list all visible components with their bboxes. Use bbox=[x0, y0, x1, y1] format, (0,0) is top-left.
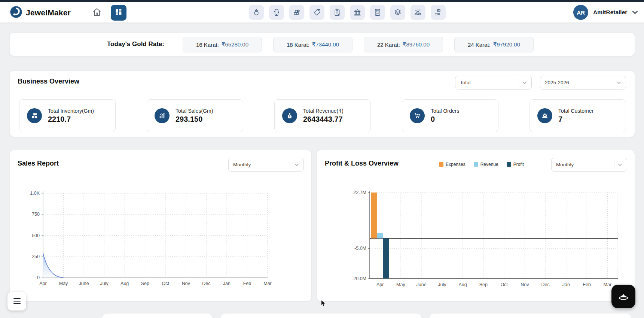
select-divider bbox=[614, 161, 614, 169]
svg-text:-5.0M: -5.0M bbox=[354, 246, 366, 251]
stat-value: 2643443.77 bbox=[303, 115, 344, 124]
svg-text:July: July bbox=[100, 281, 109, 286]
gold-rate-title: Today's Gold Rate: bbox=[107, 40, 164, 48]
tag-icon bbox=[313, 8, 321, 16]
home-icon bbox=[92, 7, 102, 19]
menu-fab-button[interactable] bbox=[7, 292, 26, 311]
svg-text:Apr: Apr bbox=[376, 282, 384, 287]
brand-logo[interactable]: JewelMaker bbox=[10, 6, 71, 20]
profit-swatch bbox=[507, 162, 511, 167]
pnl-period-select[interactable]: Monthly bbox=[551, 158, 627, 172]
stat-label: Total Revenue(₹) bbox=[303, 108, 344, 114]
mobile-icon bbox=[272, 8, 281, 16]
svg-text:Jan: Jan bbox=[562, 282, 570, 287]
svg-text:May: May bbox=[59, 281, 68, 286]
partial-card-2 bbox=[220, 313, 422, 318]
karat-label: 22 Karat: bbox=[377, 42, 400, 48]
revenue-swatch bbox=[474, 162, 478, 167]
business-overview-card: Business Overview Total 2025-2026 Total … bbox=[9, 70, 635, 137]
jewelmaker-dashboard: JewelMaker bbox=[0, 0, 644, 318]
nav-orders-button[interactable] bbox=[330, 5, 345, 20]
svg-text:Oct: Oct bbox=[162, 281, 170, 286]
svg-text:Nov: Nov bbox=[182, 281, 190, 286]
nav-bank-button[interactable] bbox=[350, 5, 365, 20]
stat-label: Total Customer bbox=[558, 108, 593, 114]
svg-text:Nov: Nov bbox=[521, 282, 529, 287]
svg-text:June: June bbox=[416, 282, 427, 287]
dashboard-button[interactable] bbox=[111, 5, 126, 21]
karat-price: ₹89760.00 bbox=[403, 41, 430, 48]
brand-name: JewelMaker bbox=[26, 8, 71, 17]
select-divider bbox=[519, 79, 519, 87]
sales-report-card: Sales Report Monthly 02505007501.0KAprMa… bbox=[9, 150, 312, 302]
inventory-boxes-icon bbox=[293, 8, 301, 16]
gold-rate-16k: 16 Karat: ₹65280.00 bbox=[183, 37, 262, 52]
svg-text:Feb: Feb bbox=[583, 282, 591, 287]
nav-gold-button[interactable] bbox=[410, 5, 425, 20]
sales-period-select[interactable]: Monthly bbox=[228, 158, 304, 172]
nav-mobile-button[interactable] bbox=[269, 5, 284, 20]
stat-label: Total Sales(Gm) bbox=[176, 108, 213, 114]
select-divider bbox=[291, 161, 291, 169]
svg-text:Mar: Mar bbox=[604, 282, 612, 287]
cart-icon bbox=[410, 108, 425, 123]
svg-text:Aug: Aug bbox=[120, 281, 129, 286]
svg-text:Jan: Jan bbox=[223, 281, 231, 286]
legend-profit: Profit bbox=[507, 162, 524, 167]
svg-text:Dec: Dec bbox=[541, 282, 550, 287]
year-filter-select[interactable]: 2025-2026 bbox=[540, 76, 626, 90]
nav-inventory-button[interactable] bbox=[289, 5, 304, 20]
karat-price: ₹97920.00 bbox=[493, 41, 520, 48]
profit-loss-card: Profit & Loss Overview Expenses Revenue … bbox=[317, 150, 635, 302]
chevron-down-icon bbox=[618, 163, 622, 166]
user-avatar: AR bbox=[573, 5, 588, 20]
svg-text:$: $ bbox=[289, 115, 290, 118]
support-fab-button[interactable] bbox=[611, 285, 635, 308]
stat-label: Total Orders bbox=[431, 108, 459, 114]
svg-text:June: June bbox=[79, 281, 89, 286]
nav-report-button[interactable] bbox=[370, 5, 385, 20]
stats-row: Total Inventory(Gm) 2210.7 Total Sales(G… bbox=[19, 99, 626, 132]
svg-text:Mar: Mar bbox=[263, 281, 272, 286]
chevron-down-icon bbox=[294, 163, 299, 166]
gold-bars-icon bbox=[414, 8, 422, 16]
stat-total-inventory: Total Inventory(Gm) 2210.7 bbox=[19, 99, 116, 132]
gold-rate-24k: 24 Karat: ₹97920.00 bbox=[454, 37, 534, 52]
svg-text:0: 0 bbox=[37, 275, 40, 280]
stat-label: Total Inventory(Gm) bbox=[48, 108, 94, 114]
nav-tag-button[interactable] bbox=[309, 5, 324, 20]
svg-text:Sep: Sep bbox=[141, 281, 149, 286]
stat-total-revenue: $ Total Revenue(₹) 2643443.77 bbox=[274, 99, 371, 132]
pnl-bar-chart: 22.7M-5.0M-20.0MAprMayJuneJulyAugSepOctN… bbox=[322, 186, 629, 298]
category-filter-select[interactable]: Total bbox=[455, 76, 532, 90]
partial-card-1 bbox=[102, 313, 213, 318]
hand-delivery-icon bbox=[434, 8, 442, 16]
select-divider bbox=[613, 79, 613, 87]
svg-text:250: 250 bbox=[32, 254, 40, 259]
bank-icon bbox=[353, 8, 361, 16]
svg-text:-20.0M: -20.0M bbox=[352, 276, 366, 281]
nav-layers-button[interactable] bbox=[390, 5, 405, 20]
gold-rate-card: Today's Gold Rate: 16 Karat: ₹65280.00 1… bbox=[9, 32, 635, 56]
sales-area-chart: 02505007501.0KAprMayJuneJulyAugSepOctNov… bbox=[15, 186, 307, 296]
user-menu[interactable]: AR AmitRetailer bbox=[573, 5, 638, 20]
svg-text:July: July bbox=[438, 282, 446, 287]
nav-delivery-button[interactable] bbox=[431, 5, 446, 20]
mouse-cursor bbox=[321, 300, 327, 309]
svg-text:Oct: Oct bbox=[500, 282, 508, 287]
profit-loss-title: Profit & Loss Overview bbox=[325, 160, 399, 167]
expenses-swatch bbox=[439, 162, 443, 167]
cloche-icon bbox=[617, 291, 629, 303]
year-filter-value: 2025-2026 bbox=[545, 80, 610, 85]
sales-bars-icon bbox=[155, 108, 170, 123]
karat-label: 24 Karat: bbox=[468, 42, 491, 48]
svg-text:Sep: Sep bbox=[479, 282, 488, 287]
karat-label: 16 Karat: bbox=[196, 42, 219, 48]
business-overview-title: Business Overview bbox=[18, 78, 79, 85]
nav-ring-button[interactable] bbox=[249, 5, 264, 20]
home-button[interactable] bbox=[91, 7, 103, 18]
customers-icon bbox=[537, 108, 552, 123]
svg-text:22.7M: 22.7M bbox=[353, 190, 366, 195]
user-name: AmitRetailer bbox=[593, 9, 627, 16]
pnl-legend: Expenses Revenue Profit bbox=[439, 162, 524, 167]
